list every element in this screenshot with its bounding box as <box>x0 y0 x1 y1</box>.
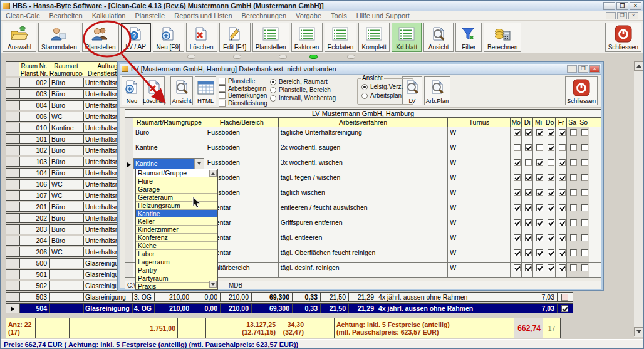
day-checkbox[interactable] <box>548 189 554 196</box>
combobox-dropdown-icon[interactable] <box>194 159 204 169</box>
dropdown-item-kinderzimmer[interactable]: Kinderzimmer <box>136 226 217 234</box>
mdi-restore-icon[interactable]: ❐ <box>617 12 627 19</box>
menu-item-planstelle[interactable]: Planstelle <box>135 12 165 19</box>
table-row[interactable]: 503Glasreinigung3. OG210,000,00210,0069,… <box>6 292 573 302</box>
day-checkbox[interactable] <box>548 234 554 241</box>
day-checkbox[interactable] <box>559 234 566 241</box>
day-checkbox[interactable] <box>570 204 577 211</box>
dialog-button-arb-plan[interactable]: Arb.Plan <box>424 76 450 105</box>
checkbox-icon[interactable] <box>219 100 226 107</box>
day-checkbox[interactable] <box>536 219 543 226</box>
dropdown-item-pantry[interactable]: Pantry <box>136 266 217 274</box>
dropdown-item-k-che[interactable]: Küche <box>136 242 217 250</box>
dropdown-scroll-up-icon[interactable] <box>209 170 217 177</box>
day-checkbox[interactable] <box>536 204 543 211</box>
toolbar-button-edit-f4-[interactable]: Edit [F4] <box>219 23 251 52</box>
day-checkbox[interactable] <box>570 159 577 166</box>
dialog-restore-icon[interactable]: ❐ <box>578 65 588 73</box>
dialog-close-icon[interactable]: × <box>589 65 600 73</box>
toolbar-button-neu-f9-[interactable]: Neu [F9] <box>153 23 184 52</box>
day-checkbox[interactable] <box>514 174 521 181</box>
vertical-scrollbar[interactable] <box>634 61 643 337</box>
day-checkbox[interactable] <box>581 219 588 226</box>
toolbar-button-schliessen[interactable]: Schliessen <box>605 23 641 52</box>
day-checkbox[interactable] <box>559 264 566 271</box>
dialog-button-l-schen[interactable]: Löschen <box>143 76 165 105</box>
day-checkbox[interactable] <box>559 174 566 181</box>
menu-item-bearbeiten[interactable]: Bearbeiten <box>49 12 82 19</box>
day-checkbox[interactable] <box>525 234 532 241</box>
day-checkbox[interactable] <box>525 174 532 181</box>
day-checkbox[interactable] <box>525 159 532 166</box>
mdi-minimize-icon[interactable]: _ <box>606 12 616 19</box>
dialog-option-arbeitsbeginn[interactable]: Arbeitsbeginn <box>219 85 266 92</box>
day-checkbox[interactable] <box>536 159 543 166</box>
table-row[interactable]: 504Glasreinigung4. OG210,000,00210,0069,… <box>6 303 573 313</box>
radio-icon[interactable] <box>270 79 276 85</box>
day-checkbox[interactable] <box>514 204 521 211</box>
restore-icon[interactable]: ❐ <box>616 2 628 10</box>
checkbox-icon[interactable] <box>219 85 226 92</box>
day-checkbox[interactable] <box>581 159 588 166</box>
day-checkbox[interactable] <box>548 144 554 151</box>
day-checkbox[interactable] <box>525 204 532 211</box>
dropdown-item-labor[interactable]: Labor <box>136 250 217 258</box>
dropdown-item-ger-teraum[interactable]: Geräteraum <box>136 194 217 202</box>
dialog-radio-0[interactable]: Bereich, Raumart <box>270 78 328 85</box>
day-checkbox[interactable] <box>536 264 543 271</box>
row-checkbox[interactable] <box>561 305 568 312</box>
day-checkbox[interactable] <box>559 189 566 196</box>
day-checkbox[interactable] <box>525 144 532 151</box>
menu-item-kalkulation[interactable]: Kalkulation <box>92 12 126 19</box>
toolbar-button-stammdaten[interactable]: Stammdaten <box>38 23 80 52</box>
checkbox-icon[interactable] <box>219 92 226 99</box>
radio-icon[interactable] <box>270 95 276 102</box>
day-checkbox[interactable] <box>548 249 554 256</box>
toolbar-button-lv-ap[interactable]: ?LV / AP <box>121 23 151 52</box>
day-checkbox[interactable] <box>548 129 554 136</box>
day-checkbox[interactable] <box>559 159 566 166</box>
day-checkbox[interactable] <box>548 204 554 211</box>
day-checkbox[interactable] <box>514 249 521 256</box>
dropdown-item-konferenz[interactable]: Konferenz <box>136 234 217 242</box>
menu-item-hilfe-und-support[interactable]: Hilfe und Support <box>356 12 410 19</box>
toolbar-button-eckdaten[interactable]: Eckdaten <box>325 23 357 52</box>
day-checkbox[interactable] <box>570 234 577 241</box>
day-checkbox[interactable] <box>548 219 554 226</box>
day-checkbox[interactable] <box>559 219 566 226</box>
day-checkbox[interactable] <box>514 234 521 241</box>
dialog-option-dienstleistung[interactable]: Dienstleistung <box>219 100 267 107</box>
dropdown-scroll-down-icon[interactable] <box>209 281 217 288</box>
day-checkbox[interactable] <box>536 144 543 151</box>
day-checkbox[interactable] <box>581 129 588 136</box>
day-checkbox[interactable] <box>570 189 577 196</box>
dialog-table-row[interactable]: BüroFussbödentägliche Unterhaltsreinigun… <box>125 127 601 142</box>
day-checkbox[interactable] <box>548 159 554 166</box>
toolbar-button-komplett[interactable]: Komplett <box>358 23 390 52</box>
day-checkbox[interactable] <box>514 189 521 196</box>
scroll-up-icon[interactable] <box>634 61 643 71</box>
close-icon[interactable]: × <box>630 2 641 10</box>
menu-item-berechnungen[interactable]: Berechnungen <box>242 12 287 19</box>
menu-item-clean-calc[interactable]: Clean-Calc <box>6 12 39 19</box>
dropdown-item-heizungsraum[interactable]: Heizungsraum <box>136 202 217 210</box>
dialog-button-html[interactable]: HTML <box>195 76 216 105</box>
toolbar-button-faktoren[interactable]: Faktoren <box>291 23 323 52</box>
day-checkbox[interactable] <box>548 264 554 271</box>
dialog-radio-2[interactable]: Intervall, Wochentag <box>270 95 336 102</box>
dropdown-item-praxis[interactable]: Praxis <box>136 283 217 290</box>
toolbar-button-filter[interactable]: Filter <box>455 23 482 52</box>
day-checkbox[interactable] <box>536 129 543 136</box>
day-checkbox[interactable] <box>525 249 532 256</box>
radio-icon[interactable] <box>361 93 368 99</box>
day-checkbox[interactable] <box>525 219 532 226</box>
day-checkbox[interactable] <box>536 249 543 256</box>
dropdown-item-lagerraum[interactable]: Lagerraum <box>136 258 217 266</box>
dialog-radio-1[interactable]: Planstelle, Bereich <box>270 86 331 93</box>
dropdown-item-partyraum[interactable]: Partyraum <box>136 274 217 283</box>
day-checkbox[interactable] <box>525 264 532 271</box>
menu-item-reports-und-listen[interactable]: Reports und Listen <box>174 12 232 19</box>
menu-item-vorgabe[interactable]: Vorgabe <box>296 12 321 19</box>
day-checkbox[interactable] <box>559 144 566 151</box>
day-checkbox[interactable] <box>581 144 588 151</box>
